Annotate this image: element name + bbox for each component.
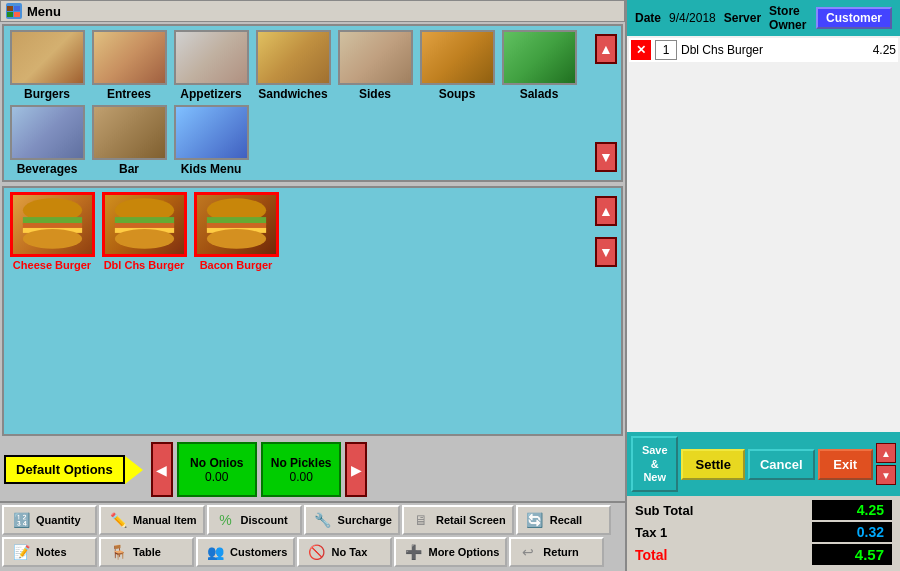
category-appetizers[interactable]: Appetizers (172, 30, 250, 101)
toolbar-btn-manual-item[interactable]: ✏️Manual Item (99, 505, 205, 535)
category-img-burgers (10, 30, 85, 85)
customer-button[interactable]: Customer (816, 7, 892, 29)
options-scroll-right[interactable]: ▶ (345, 442, 367, 497)
toolbar-icon-manual-item: ✏️ (107, 509, 129, 531)
category-entrees[interactable]: Entrees (90, 30, 168, 101)
toolbar-btn-return[interactable]: ↩Return (509, 537, 604, 567)
toolbar-icon-return: ↩ (517, 541, 539, 563)
category-bar[interactable]: Bar (90, 105, 168, 176)
toolbar-btn-notes[interactable]: 📝Notes (2, 537, 97, 567)
category-label-bar: Bar (119, 162, 139, 176)
item-img-cheese-burger (10, 192, 95, 257)
option-label-0: No Onios (190, 456, 243, 470)
category-img-sides (338, 30, 413, 85)
default-options-arrow-pointer (125, 456, 143, 484)
toolbar-btn-quantity[interactable]: 🔢Quantity (2, 505, 97, 535)
default-options-label: Default Options (4, 455, 125, 484)
items-scroll-down[interactable]: ▼ (595, 237, 617, 267)
toolbar-btn-surcharge[interactable]: 🔧Surcharge (304, 505, 400, 535)
toolbar-icon-more-options: ➕ (402, 541, 424, 563)
items-scroll-up[interactable]: ▲ (595, 196, 617, 226)
category-img-soups (420, 30, 495, 85)
toolbar-btn-table[interactable]: 🪑Table (99, 537, 194, 567)
category-label-beverages: Beverages (17, 162, 78, 176)
toolbar-btn-discount[interactable]: %Discount (207, 505, 302, 535)
save-new-button[interactable]: Save &New (631, 436, 678, 492)
category-salads[interactable]: Salads (500, 30, 578, 101)
svg-rect-0 (7, 6, 13, 11)
item-name: Dbl Chs Burger (681, 43, 852, 57)
date-label: Date (635, 11, 661, 25)
category-img-appetizers (174, 30, 249, 85)
categories-grid: BurgersEntreesAppetizersSandwichesSidesS… (8, 30, 595, 176)
options-buttons: No Onios0.00No Pickles0.00 (177, 442, 342, 497)
toolbar-icon-customers: 👥 (204, 541, 226, 563)
category-burgers[interactable]: Burgers (8, 30, 86, 101)
category-kids[interactable]: Kids Menu (172, 105, 250, 176)
toolbar-btn-no-tax[interactable]: 🚫No Tax (297, 537, 392, 567)
category-label-burgers: Burgers (24, 87, 70, 101)
toolbar-icon-table: 🪑 (107, 541, 129, 563)
toolbar-label-retail-screen: Retail Screen (436, 514, 506, 526)
toolbar-label-no-tax: No Tax (331, 546, 367, 558)
option-btn-1[interactable]: No Pickles0.00 (261, 442, 342, 497)
toolbar-label-table: Table (133, 546, 161, 558)
toolbar-label-recall: Recall (550, 514, 582, 526)
order-scroll-up[interactable]: ▲ (876, 443, 896, 463)
toolbar-row2: 📝Notes🪑Table👥Customers🚫No Tax➕More Optio… (2, 537, 623, 567)
item-qty: 1 (655, 40, 677, 60)
toolbar-label-more-options: More Options (428, 546, 499, 558)
toolbar-btn-recall[interactable]: 🔄Recall (516, 505, 611, 535)
svg-point-18 (206, 228, 265, 248)
toolbar-btn-customers[interactable]: 👥Customers (196, 537, 295, 567)
category-sides[interactable]: Sides (336, 30, 414, 101)
order-scroll-down[interactable]: ▼ (876, 465, 896, 485)
items-scroll: ▲ ▼ (595, 192, 617, 271)
item-dbl-chs-burger[interactable]: Dbl Chs Burger (100, 192, 188, 271)
bottom-toolbar: 🔢Quantity✏️Manual Item%Discount🔧Surcharg… (0, 501, 625, 571)
exit-button[interactable]: Exit (818, 449, 873, 480)
svg-rect-3 (14, 12, 20, 17)
total-label: Total (635, 547, 667, 563)
store-label: Store Owner (769, 4, 808, 32)
order-header: Date 9/4/2018 Server Store Owner Custome… (627, 0, 900, 36)
category-label-kids: Kids Menu (181, 162, 242, 176)
category-label-salads: Salads (520, 87, 559, 101)
tax1-value: 0.32 (812, 522, 892, 542)
action-buttons-row: Save &New Settle Cancel Exit ▲ ▼ (627, 432, 900, 496)
toolbar-icon-quantity: 🔢 (10, 509, 32, 531)
category-sandwiches[interactable]: Sandwiches (254, 30, 332, 101)
delete-item-button[interactable]: ✕ (631, 40, 651, 60)
toolbar-row1: 🔢Quantity✏️Manual Item%Discount🔧Surcharg… (2, 505, 623, 535)
options-scroll-left[interactable]: ◀ (151, 442, 173, 497)
category-label-sandwiches: Sandwiches (258, 87, 327, 101)
toolbar-label-quantity: Quantity (36, 514, 81, 526)
subtotal-value: 4.25 (812, 500, 892, 520)
toolbar-label-manual-item: Manual Item (133, 514, 197, 526)
toolbar-icon-retail-screen: 🖥 (410, 509, 432, 531)
option-value-1: 0.00 (289, 470, 312, 484)
toolbar-btn-more-options[interactable]: ➕More Options (394, 537, 507, 567)
toolbar-btn-retail-screen[interactable]: 🖥Retail Screen (402, 505, 514, 535)
category-label-appetizers: Appetizers (180, 87, 241, 101)
item-bacon-burger[interactable]: Bacon Burger (192, 192, 280, 271)
category-label-sides: Sides (359, 87, 391, 101)
item-cheese-burger[interactable]: Cheese Burger (8, 192, 96, 271)
option-value-0: 0.00 (205, 470, 228, 484)
svg-rect-2 (7, 12, 13, 17)
cancel-button[interactable]: Cancel (748, 449, 815, 480)
right-panel: Date 9/4/2018 Server Store Owner Custome… (625, 0, 900, 571)
toolbar-label-surcharge: Surcharge (338, 514, 392, 526)
categories-scroll-down[interactable]: ▼ (595, 142, 617, 172)
categories-scroll-up[interactable]: ▲ (595, 34, 617, 64)
category-beverages[interactable]: Beverages (8, 105, 86, 176)
categories-scroll: ▲ ▼ (595, 30, 617, 176)
order-scroll: ▲ ▼ (876, 443, 896, 485)
item-label-dbl-chs-burger: Dbl Chs Burger (104, 259, 185, 271)
option-btn-0[interactable]: No Onios0.00 (177, 442, 257, 497)
item-label-cheese-burger: Cheese Burger (13, 259, 91, 271)
category-soups[interactable]: Soups (418, 30, 496, 101)
settle-button[interactable]: Settle (681, 449, 744, 480)
options-bar: Default Options ◀ No Onios0.00No Pickles… (0, 438, 625, 501)
toolbar-label-return: Return (543, 546, 578, 558)
